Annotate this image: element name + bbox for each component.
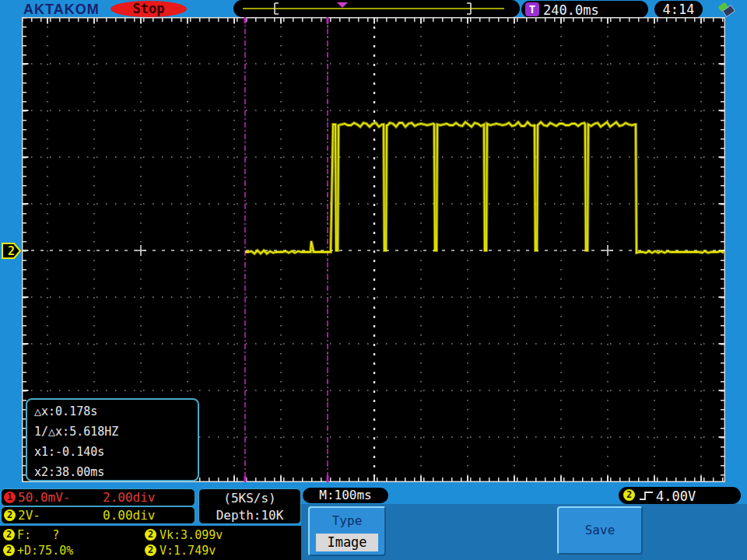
usb-storage-icon xyxy=(717,1,738,17)
meas-vk-badge: 2 xyxy=(145,529,156,541)
svg-text:2: 2 xyxy=(8,244,15,258)
cursor-delta-x: △x:0.178s xyxy=(34,401,198,422)
cursor-x1: x1:-0.140s xyxy=(34,442,198,462)
meas-vavg-badge: 2 xyxy=(145,544,156,556)
record-position-graphic xyxy=(233,0,520,17)
measurements-panel: 2 F: ? 2 Vk:3.099v 2 +D:75.0% 2 V:1.749v xyxy=(0,526,301,560)
meas-freq-badge: 2 xyxy=(3,529,15,541)
clock: 4:14 xyxy=(654,1,703,18)
trigger-source-badge: 2 xyxy=(623,489,635,501)
meas-duty: +D:75.0% xyxy=(17,544,73,558)
cursor-x2: x2:38.00ms xyxy=(34,462,198,482)
trigger-time-value: 240.0ms xyxy=(543,2,599,18)
sample-rate: (5KS/s) xyxy=(199,490,300,507)
trigger-position-marker-icon[interactable] xyxy=(337,2,348,8)
save-button[interactable]: Save xyxy=(557,506,643,555)
meas-vavg: V:1.749v xyxy=(160,544,216,558)
rising-edge-icon xyxy=(639,490,654,502)
ch1-scale: 50.0mV- xyxy=(18,490,70,505)
cursor-readout-panel: △x:0.178s 1/△x:5.618HZ x1:-0.140s x2:38.… xyxy=(26,398,199,481)
ch2-position: 0.00div xyxy=(103,508,155,523)
ch1-position: 2.00div xyxy=(103,490,155,505)
memory-depth: Depth:10K xyxy=(199,507,300,524)
meas-vk: Vk:3.099v xyxy=(160,528,223,542)
ch2-scale: 2V- xyxy=(18,508,40,523)
ch2-settings-box[interactable]: 2 2V- 0.00div xyxy=(1,506,195,524)
type-button[interactable]: Type Image xyxy=(308,506,386,556)
ch1-settings-box[interactable]: 1 50.0mV- 2.00div xyxy=(1,488,195,506)
meas-freq: F: ? xyxy=(17,528,59,542)
timebase-pill: M:100ms xyxy=(303,488,388,503)
type-label: Type xyxy=(310,513,384,528)
trigger-level-value: 4.00V xyxy=(656,488,696,504)
ch2-position-marker[interactable]: 2 xyxy=(2,243,22,259)
ch1-badge: 1 xyxy=(4,492,16,503)
acquisition-box: (5KS/s) Depth:10K xyxy=(198,488,301,524)
trigger-level-pill: 2 4.00V xyxy=(619,487,741,504)
type-value[interactable]: Image xyxy=(316,534,378,551)
oscilloscope-screen: AKTAKOM Stop T 240.0ms 4:14 xyxy=(0,0,747,560)
trigger-time-pill: T 240.0ms xyxy=(521,1,648,18)
ch2-badge: 2 xyxy=(4,509,16,521)
cursor-inverse-delta-x: 1/△x:5.618HZ xyxy=(34,422,198,442)
trigger-time-icon: T xyxy=(525,2,539,16)
brand-logo: AKTAKOM xyxy=(23,2,100,18)
run-stop-indicator[interactable]: Stop xyxy=(110,1,187,17)
record-position-bar xyxy=(233,0,520,17)
meas-duty-badge: 2 xyxy=(3,544,15,556)
